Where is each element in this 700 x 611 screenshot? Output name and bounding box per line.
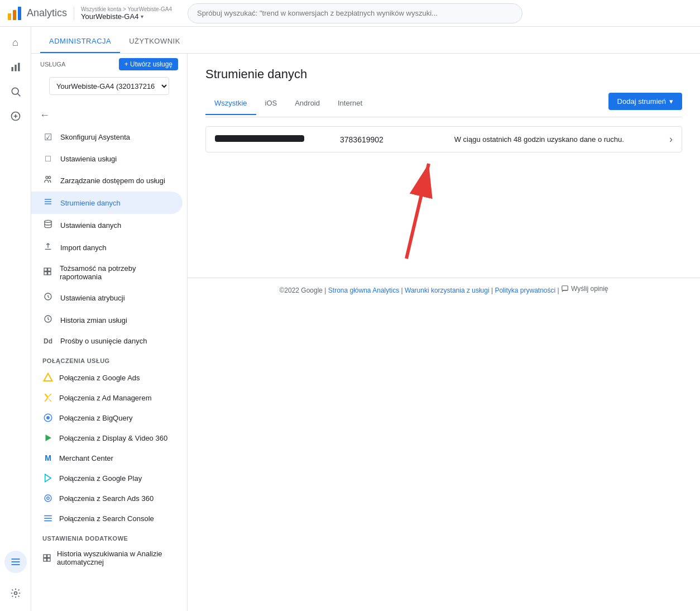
filter-tab-internet[interactable]: Internet [329,94,371,115]
svg-rect-3 [11,67,13,71]
stream-row[interactable]: 3783619902 W ciągu ostatnich 48 godzin u… [205,126,682,152]
conn-google-play[interactable]: Połączenia z Google Play [31,468,187,488]
account-switcher[interactable]: Wszystkie konta > YourWebiste-GA4 YourWe… [74,6,172,21]
svg-point-18 [45,220,51,222]
red-arrow-svg [362,152,473,264]
merchant-label: Merchant Center [59,454,113,462]
stream-chevron-icon: › [669,133,673,145]
sidebar-item-historia[interactable]: Historia zmian usługi [31,309,183,331]
svg-line-7 [17,94,20,97]
display-video-label: Połączenia z Display & Video 360 [59,434,167,442]
conn-search-ads[interactable]: Połączenia z Search Ads 360 [31,488,187,508]
conn-ad-manager[interactable]: Połączenia z Ad Managerem [31,388,187,408]
filter-tab-android[interactable]: Android [286,94,329,115]
historia-wyszukiwan-label: Historia wyszukiwania w Analizie automat… [57,550,178,566]
footer-link-warunki[interactable]: Warunki korzystania z usługi [405,287,490,294]
svg-point-14 [49,176,51,179]
conn-merchant[interactable]: M Merchant Center [31,448,187,468]
sidebar-item-ustawienia-uslugi[interactable]: □ Ustawienia usługi [31,148,183,169]
historia-wyszukiwan-icon [42,552,51,564]
svg-rect-22 [48,272,51,275]
back-button-row[interactable]: ← [31,104,187,126]
filter-tab-ios[interactable]: iOS [256,94,286,115]
search-input[interactable] [188,3,522,23]
ustawienia-danych-label: Ustawienia danych [60,221,121,230]
zarzadzanie-label: Zarządzanie dostępem do usługi [60,176,165,185]
sidebar-item-prosby[interactable]: Dd Prośby o usunięcie danych [31,331,183,351]
service-header: Usługa + Utwórz usługę [31,54,187,75]
stream-status: W ciągu ostatnich 48 godzin uzyskano dan… [454,135,656,144]
ad-manager-icon [42,392,54,403]
historia-icon [42,314,54,326]
conn-display-video[interactable]: Połączenia z Display & Video 360 [31,428,187,448]
back-button[interactable]: ← [36,106,54,124]
conn-search-console[interactable]: Połączenia z Search Console [31,508,187,528]
sidebar-item-historia-wyszukiwan[interactable]: Historia wyszukiwania w Analizie automat… [31,545,187,571]
svg-rect-35 [47,555,50,557]
sidebar: Usługa + Utwórz usługę YourWebiste-GA4 (… [31,54,188,611]
sidebar-item-atrybucja[interactable]: Ustawienia atrybucji [31,287,183,309]
sidebar-item-zarzadzanie[interactable]: Zarządzanie dostępem do usługi [31,169,183,192]
annotation-arrow [205,152,682,264]
svg-line-39 [406,164,429,259]
import-icon [42,242,54,253]
strumienie-icon [42,197,54,208]
sidebar-item-konfiguruj[interactable]: ☑ Skonfiguruj Asystenta [31,126,183,148]
add-stream-button[interactable]: Dodaj strumień ▾ [608,93,682,110]
atrybucja-icon [42,292,54,303]
app-name: Analytics [27,7,67,19]
filter-tabs: Wszystkie iOS Android Internet Dodaj str… [205,93,682,117]
nav-settings-btn[interactable] [4,582,27,604]
search-ads-label: Połączenia z Search Ads 360 [59,494,154,503]
account-name[interactable]: YourWebiste-GA4 ▾ [81,12,172,21]
search-console-label: Połączenia z Search Console [59,514,154,523]
create-service-button[interactable]: + Utwórz usługę [119,58,178,70]
nav-admin-btn[interactable] [4,551,27,573]
svg-rect-20 [48,268,51,271]
sidebar-item-strumienie[interactable]: Strumienie danych [31,192,183,214]
conn-google-ads[interactable]: Połączenia z Google Ads [31,367,187,388]
tab-administracja[interactable]: ADMINISTRACJA [40,37,120,53]
svg-marker-24 [44,374,52,381]
service-label: Usługa [40,61,65,68]
svg-point-13 [46,176,48,179]
sidebar-item-import[interactable]: Import danych [31,236,183,259]
sidebar-item-ustawienia-danych[interactable]: Ustawienia danych [31,214,183,236]
display-video-icon [42,432,54,443]
nav-home-btn[interactable]: ⌂ [4,31,27,54]
google-ads-icon [42,372,54,383]
svg-point-26 [46,416,50,419]
svg-rect-0 [8,13,11,20]
search-bar[interactable] [188,3,522,23]
svg-rect-1 [13,10,16,20]
stream-name-pill [215,135,304,142]
tab-uzytkownik[interactable]: UŻYTKOWNIK [120,37,189,53]
extra-settings-label: USTAWIENIA DODATKOWE [31,528,187,545]
sidebar-item-tozsamosc[interactable]: Tożsamość na potrzeby raportowania [31,259,183,287]
tozsamosc-icon [42,267,53,278]
footer-link-polityka[interactable]: Polityka prywatności [495,287,555,294]
footer-link-analytics[interactable]: Strona główna Analytics [328,287,399,294]
svg-rect-5 [18,63,20,71]
svg-rect-4 [15,65,16,71]
filter-tab-wszystkie[interactable]: Wszystkie [205,94,256,115]
nav-explore-btn[interactable] [4,80,27,103]
main-content: Strumienie danych Wszystkie iOS Android … [188,54,700,611]
conn-bigquery[interactable]: Połączenia z BigQuery [31,408,187,428]
konfiguruj-icon: ☑ [42,132,54,142]
google-play-icon [42,472,54,484]
bigquery-icon [42,412,54,423]
connections-label: POŁĄCZENIA USŁUG [31,351,187,367]
feedback-button[interactable]: Wyślij opinię [561,285,608,293]
chevron-down-icon: ▾ [141,13,143,20]
historia-label: Historia zmian usługi [60,316,127,324]
ustawienia-uslugi-label: Ustawienia usługi [60,155,117,163]
app-logo: Analytics [7,6,67,21]
nav-reports-btn[interactable] [4,56,27,78]
import-label: Import danych [60,244,106,252]
google-play-label: Połączenia z Google Play [59,474,142,483]
ad-manager-label: Połączenia z Ad Managerem [59,394,151,402]
service-select[interactable]: YourWebiste-GA4 (320137216) [49,77,169,95]
nav-advertising-btn[interactable] [4,105,27,127]
stream-id: 3783619902 [340,135,441,144]
